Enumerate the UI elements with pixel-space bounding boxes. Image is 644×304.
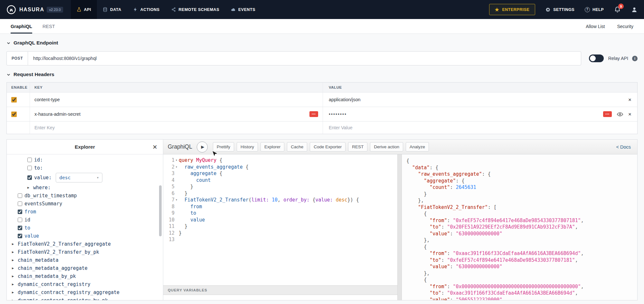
nav-item-actions[interactable]: ACTIONS: [127, 0, 166, 19]
toolbar-button-derive-action[interactable]: Derive action: [370, 142, 403, 152]
docs-link[interactable]: < Docs: [616, 144, 633, 150]
field-label: FiatTokenV2_2_Transfer_by_pk: [18, 249, 99, 255]
explorer-item-dynamic_contract_registry[interactable]: ▶dynamic_contract_registry: [9, 280, 160, 288]
explorer-item-id[interactable]: id: [9, 216, 160, 224]
field-label: chain_metadata_by_pk: [18, 273, 76, 279]
explorer-item-FiatTokenV2_2_Transfer_aggregate[interactable]: ▶FiatTokenV2_2_Transfer_aggregate: [9, 240, 160, 248]
toolbar-button-prettify[interactable]: Prettify: [213, 142, 234, 152]
code-line: }: [179, 183, 397, 190]
explorer-item-chain_metadata_aggregate[interactable]: ▶chain_metadata_aggregate: [9, 264, 160, 272]
line-number: 7▾: [163, 197, 179, 203]
remove-header-icon[interactable]: ×: [628, 112, 631, 117]
endpoint-url-input[interactable]: [28, 51, 581, 65]
header-key-cell[interactable]: content-type: [30, 93, 323, 107]
execute-query-button[interactable]: ▶: [197, 142, 208, 152]
field-checkbox[interactable]: [18, 193, 22, 198]
explorer-item-to[interactable]: to: [9, 224, 160, 232]
settings-button[interactable]: SETTINGS: [545, 7, 574, 12]
response-line: "FiatTokenV2_2_Transfer": [: [406, 204, 637, 211]
link-security[interactable]: Security: [617, 24, 633, 29]
code-line: aggregate {: [179, 170, 397, 177]
explorer-item-dynamic_contract_registry_aggregate[interactable]: ▶dynamic_contract_registry_aggregate: [9, 288, 160, 296]
response-line: "to": "0xaac391f166f33CdaEfaa4AfA6616A3B…: [406, 290, 637, 297]
field-checkbox[interactable]: [27, 166, 32, 170]
response-line: "value": "63000000000000": [406, 230, 637, 237]
header-key-cell[interactable]: x-hasura-admin-secret•••: [30, 107, 323, 121]
toolbar-button-history[interactable]: History: [237, 142, 258, 152]
link-allow-list[interactable]: Allow List: [586, 24, 605, 29]
explorer-item-id[interactable]: id:: [9, 156, 160, 164]
explorer-item-FiatTokenV2_2_Transfer_by_pk[interactable]: ▶FiatTokenV2_2_Transfer_by_pk: [9, 248, 160, 256]
info-icon[interactable]: i: [632, 56, 638, 61]
header-enabled-checkbox[interactable]: [11, 97, 17, 103]
nav-item-api[interactable]: API: [71, 0, 97, 19]
field-checkbox[interactable]: [27, 158, 32, 162]
explorer-item-chain_metadata[interactable]: ▶chain_metadata: [9, 256, 160, 264]
column-value: VALUE: [323, 83, 637, 92]
toolbar-button-explorer[interactable]: Explorer: [260, 142, 284, 152]
column-key: KEY: [30, 83, 323, 92]
header-value-cell[interactable]: •••••••••••×: [323, 107, 637, 121]
toolbar-button-analyze[interactable]: Analyze: [406, 142, 429, 152]
field-label: to:: [34, 165, 43, 171]
enterprise-button[interactable]: ★ ENTERPRISE: [489, 4, 535, 15]
pane-resize-handle[interactable]: [397, 154, 402, 300]
explorer-item-from[interactable]: from: [9, 208, 160, 216]
field-checkbox[interactable]: [27, 175, 32, 180]
help-button[interactable]: ? HELP: [585, 7, 604, 12]
explorer-item-value[interactable]: value:desc▾: [9, 172, 160, 183]
nav-item-data[interactable]: DATA: [97, 0, 127, 19]
close-icon[interactable]: ×: [153, 143, 157, 151]
explorer-item-chain_metadata_by_pk[interactable]: ▶chain_metadata_by_pk: [9, 272, 160, 280]
explorer-item-to[interactable]: to:: [9, 164, 160, 172]
header-value-cell: [323, 122, 637, 134]
code-line: [179, 236, 397, 243]
explorer-item-eventsSummary[interactable]: eventsSummary: [9, 200, 160, 208]
query-editor[interactable]: 1▾2▾3▾4▾5▾6▾7▾8▾9▾10▾11▾12▾13▾ query MyQ…: [163, 154, 397, 285]
user-menu-button[interactable]: [631, 6, 638, 13]
explorer-item-dynamic_contract_registry_by_pk[interactable]: ▶dynamic_contract_registry_by_pk: [9, 296, 160, 300]
field-label: db_write_timestamp: [24, 193, 77, 199]
toolbar-button-rest[interactable]: REST: [348, 142, 367, 152]
toolbar-button-cache[interactable]: Cache: [287, 142, 307, 152]
explorer-item-where[interactable]: ▶where:: [9, 183, 160, 191]
tab-graphiql[interactable]: GraphiQL: [11, 19, 32, 34]
query-variables-bar[interactable]: QUERY VARIABLES: [163, 285, 397, 295]
field-checkbox[interactable]: [18, 210, 22, 214]
request-headers-section-header[interactable]: Request Headers: [6, 71, 638, 78]
field-checkbox[interactable]: [18, 218, 22, 222]
query-variables-editor[interactable]: [163, 295, 397, 300]
header-value-cell[interactable]: application/json×: [323, 93, 637, 107]
nav-item-remote-schemas[interactable]: REMOTE SCHEMAS: [166, 0, 225, 19]
version-badge[interactable]: v2.23.0: [47, 7, 63, 13]
line-number: 11▾: [163, 223, 179, 230]
new-header-value-input[interactable]: [329, 125, 616, 130]
explorer-item-db_write_timestamp[interactable]: db_write_timestamp: [9, 191, 160, 200]
nav-item-events[interactable]: EVENTS: [225, 0, 261, 19]
toolbar-button-code-exporter[interactable]: Code Exporter: [310, 142, 346, 152]
response-line: "from": "0x00000000000000000000000000000…: [406, 283, 637, 290]
new-header-key-input[interactable]: [34, 125, 304, 130]
expand-arrow-icon: ▶: [12, 299, 15, 300]
explorer-item-value[interactable]: value: [9, 232, 160, 240]
response-line: "from": "0xfeEF57c4f894e6417e468aDe98543…: [406, 217, 637, 224]
response-line: "count": 2645631: [406, 184, 637, 191]
field-checkbox[interactable]: [18, 234, 22, 238]
header-enabled-checkbox[interactable]: [11, 112, 17, 117]
line-number: 4▾: [163, 177, 179, 184]
field-label: from: [24, 209, 36, 215]
fold-marker-icon: ▾: [175, 197, 177, 203]
notifications-button[interactable]: 9: [614, 6, 621, 13]
expand-arrow-icon: ▶: [27, 186, 31, 189]
relay-api-toggle[interactable]: [589, 54, 604, 62]
field-checkbox[interactable]: [18, 201, 22, 206]
remove-header-icon[interactable]: ×: [628, 97, 631, 103]
order-direction-select[interactable]: desc▾: [56, 173, 102, 182]
hasura-brand[interactable]: HASURA: [6, 5, 44, 15]
tab-rest[interactable]: REST: [43, 19, 55, 34]
field-checkbox[interactable]: [18, 226, 22, 230]
graphql-endpoint-section-header[interactable]: GraphQL Endpoint: [6, 39, 638, 47]
explorer-scrollbar[interactable]: [159, 185, 162, 236]
line-number: 3▾: [163, 170, 179, 177]
reveal-secret-icon[interactable]: [617, 111, 623, 117]
